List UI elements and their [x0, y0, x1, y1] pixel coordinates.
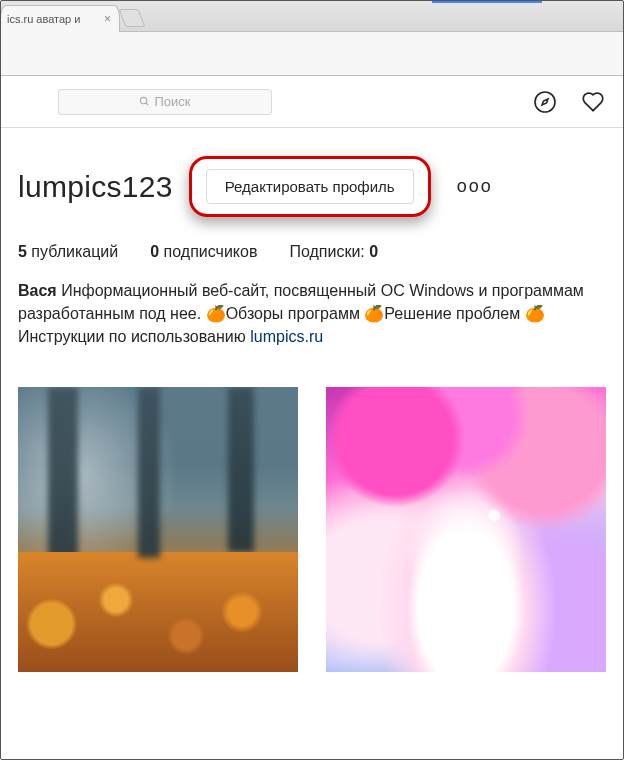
tab-title: ics.ru аватар и [7, 13, 102, 25]
browser-toolbar [0, 32, 624, 76]
stat-posts[interactable]: 5 публикаций [18, 243, 118, 261]
edit-profile-highlight: Редактировать профиль [189, 156, 431, 217]
post-thumbnail[interactable] [18, 387, 298, 672]
explore-icon[interactable] [532, 89, 558, 115]
bio-link[interactable]: lumpics.ru [250, 328, 323, 345]
svg-marker-3 [542, 99, 548, 105]
close-icon[interactable]: × [102, 12, 113, 26]
search-input[interactable]: Поиск [58, 89, 272, 115]
orange-icon: 🍊 [525, 305, 545, 322]
heart-icon[interactable] [580, 89, 606, 115]
active-tab-indicator [432, 0, 542, 3]
new-tab-button[interactable] [118, 9, 145, 27]
profile-header: lumpics123 Редактировать профиль ooo 5 п… [0, 128, 624, 357]
stat-following[interactable]: Подписки: 0 [289, 243, 378, 261]
svg-line-1 [146, 103, 148, 105]
top-nav: Поиск [0, 76, 624, 128]
search-placeholder: Поиск [154, 94, 190, 109]
profile-bio: Вася Информационный веб-сайт, посвященны… [18, 279, 606, 349]
browser-tab-strip: ics.ru аватар и × [0, 0, 624, 32]
page-content: Поиск lumpics123 Редактировать профиль o… [0, 76, 624, 672]
svg-point-0 [141, 97, 147, 103]
post-grid [0, 357, 624, 672]
username: lumpics123 [18, 170, 173, 204]
browser-tab[interactable]: ics.ru аватар и × [0, 5, 120, 32]
profile-options-button[interactable]: ooo [457, 176, 493, 197]
bio-name: Вася [18, 282, 57, 299]
stat-followers[interactable]: 0 подписчиков [150, 243, 257, 261]
orange-icon: 🍊 [364, 305, 384, 322]
profile-stats: 5 публикаций 0 подписчиков Подписки: 0 [18, 243, 606, 261]
post-thumbnail[interactable] [326, 387, 606, 672]
edit-profile-button[interactable]: Редактировать профиль [206, 169, 414, 204]
search-icon [139, 96, 150, 107]
svg-point-2 [535, 92, 555, 112]
orange-icon: 🍊 [206, 305, 226, 322]
